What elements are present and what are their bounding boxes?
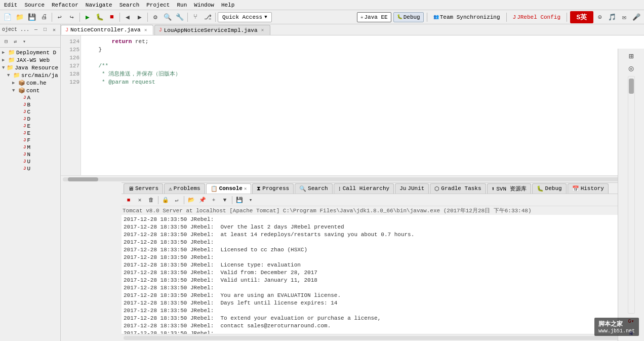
- console-remove-btn[interactable]: ✕: [135, 195, 145, 205]
- debug-perspective-btn[interactable]: 🐛 Debug: [393, 12, 424, 22]
- right-icon-plus[interactable]: ⊞: [620, 51, 643, 62]
- toolbar-git-btn[interactable]: ⑂: [190, 12, 201, 23]
- console-open-file-btn[interactable]: 📂: [186, 195, 196, 205]
- panel-tab-search[interactable]: 🔍 Search: [295, 183, 333, 194]
- tree-item-F[interactable]: J F: [0, 137, 60, 144]
- toolbar-git2-btn[interactable]: ⎇: [202, 12, 213, 23]
- editor-hscrollbar[interactable]: [61, 175, 644, 182]
- tree-item-src[interactable]: ▼ 📁 src/main/ja: [0, 71, 60, 79]
- console-toolbar: ■ ✕ 🗑 🔒 ↵ 📂 📌 + ▼ 💾 ▾: [122, 194, 644, 206]
- console-clear-btn[interactable]: 🗑: [146, 195, 156, 205]
- toolbar-extra-btn3[interactable]: ✉: [619, 12, 630, 23]
- sidebar-close-btn[interactable]: ✕: [50, 26, 58, 34]
- toolbar-undo-btn[interactable]: ↩: [54, 12, 65, 23]
- menu-edit[interactable]: Edit: [2, 2, 19, 9]
- panel-tab-gradle[interactable]: ⬡ Gradle Tasks: [430, 183, 486, 194]
- panel-tab-debug[interactable]: 🐛 Debug: [532, 183, 567, 194]
- tree-item-com-he[interactable]: ▶ 📦 com.he: [0, 79, 60, 87]
- panel-tab-junit[interactable]: Ju JUnit: [395, 183, 429, 194]
- panel-tab-call-hierarchy[interactable]: ⫶ Call Hierarchy: [334, 183, 394, 194]
- menu-window[interactable]: Window: [192, 2, 216, 9]
- menu-refactor[interactable]: Refactor: [50, 2, 80, 9]
- toolbar-print-btn[interactable]: 🖨: [38, 12, 50, 23]
- panel-tab-history[interactable]: 📅 History: [568, 183, 609, 194]
- toolbar-build-btn[interactable]: ⚙: [150, 12, 161, 23]
- code-content[interactable]: return ret; } /** * 消息推送，并保存（旧版本） * @par…: [81, 35, 644, 175]
- toolbar-forward-btn[interactable]: ▶: [134, 12, 145, 23]
- toolbar-extra-btn2[interactable]: 🎵: [607, 12, 618, 23]
- toolbar-open-btn[interactable]: 📁: [14, 12, 25, 23]
- right-icon-circle[interactable]: ◎: [620, 63, 643, 74]
- toolbar-save-btn[interactable]: 💾: [26, 12, 37, 23]
- panel-tab-problems[interactable]: ⚠ Problems: [164, 183, 205, 194]
- tab-service-impl[interactable]: J LouAppNoticeServiceImpl.java ✕: [154, 25, 270, 35]
- panel-tab-console[interactable]: 📋 Console ✕: [206, 183, 252, 194]
- tree-item-java-resource[interactable]: ▼ 📁 Java Resource: [0, 64, 60, 71]
- console-new-btn[interactable]: +: [209, 195, 219, 205]
- editor-vscrollbar[interactable]: [628, 76, 635, 314]
- tree-label: D: [27, 116, 30, 122]
- tree-item-N[interactable]: J N: [0, 151, 60, 158]
- tab-close-btn[interactable]: ✕: [143, 27, 149, 33]
- tree-item-U1[interactable]: J U: [0, 158, 60, 165]
- console-save-btn[interactable]: 💾: [234, 195, 245, 205]
- tree-item-C[interactable]: J C: [0, 108, 60, 116]
- toolbar-debug-btn[interactable]: 🐛: [94, 12, 105, 23]
- sidebar-menu-btn[interactable]: ▾: [20, 37, 28, 46]
- tree-item-B[interactable]: J B: [0, 101, 60, 108]
- sougou-icon[interactable]: S英: [570, 11, 593, 23]
- console-pin-btn[interactable]: 📌: [197, 195, 208, 205]
- tree-item-E1[interactable]: J E: [0, 123, 60, 130]
- java-ee-perspective-btn[interactable]: ☕ Java EE: [357, 12, 391, 22]
- console-stop-btn[interactable]: ■: [124, 195, 134, 205]
- toolbar-properties-btn[interactable]: 🔧: [174, 12, 185, 23]
- tree-item-E2[interactable]: J E: [0, 130, 60, 137]
- toolbar-stop-btn[interactable]: ■: [106, 12, 117, 23]
- sidebar-maximize-btn[interactable]: □: [41, 26, 49, 34]
- tree-item-U2[interactable]: J U: [0, 165, 60, 172]
- sidebar-minimize-btn[interactable]: —: [32, 26, 40, 34]
- sidebar-collapse-btn[interactable]: ⊟: [2, 37, 10, 46]
- panel-tab-svn[interactable]: ⬆ SVN 资源库: [487, 183, 531, 194]
- menu-source[interactable]: Source: [22, 2, 47, 9]
- tab-close-btn[interactable]: ✕: [260, 27, 266, 33]
- hscroll-thumb[interactable]: [68, 177, 98, 181]
- tree-item-A[interactable]: J A: [0, 94, 60, 101]
- sidebar-link-btn[interactable]: ⇄: [11, 37, 19, 46]
- java-ee-icon: ☕: [360, 14, 363, 20]
- java-file-icon: J: [23, 145, 26, 150]
- toolbar-run-btn[interactable]: ▶: [82, 12, 93, 23]
- tree-item-cont[interactable]: ▼ 📦 cont: [0, 87, 60, 94]
- folder-icon: 📁: [13, 72, 20, 79]
- menu-navigate[interactable]: Navigate: [84, 2, 114, 9]
- console-menu-btn[interactable]: ▾: [246, 195, 256, 205]
- panel-tab-progress[interactable]: ⧗ Progress: [252, 183, 294, 194]
- bottom-panel: 🖥 Servers ⚠ Problems 📋 Console ✕ ⧗ Progr…: [122, 182, 644, 341]
- menu-help[interactable]: Help: [219, 2, 236, 9]
- menu-project[interactable]: Project: [144, 2, 172, 9]
- toolbar-extra-btn1[interactable]: ⊙: [594, 12, 606, 23]
- folder-icon: 📁: [8, 49, 15, 56]
- toolbar-extra-btn4[interactable]: 🎤: [631, 12, 642, 23]
- console-scroll-lock-btn[interactable]: 🔒: [160, 195, 171, 205]
- quick-access-button[interactable]: Quick Access ▼: [218, 12, 272, 22]
- tree-item-M[interactable]: J M: [0, 144, 60, 151]
- console-word-wrap-btn[interactable]: ↵: [172, 195, 182, 205]
- toolbar-new-btn[interactable]: 📄: [2, 12, 13, 23]
- jrebel-config-button[interactable]: J JRebel Config: [510, 12, 564, 22]
- tree-item-jaxws[interactable]: ▶ 📁 JAX-WS Web: [0, 56, 60, 64]
- toolbar-redo-btn[interactable]: ↪: [66, 12, 77, 23]
- menu-search[interactable]: Search: [117, 2, 142, 9]
- console-tab-close-btn[interactable]: ✕: [244, 186, 247, 192]
- team-sync-button[interactable]: 👥 Team Synchronizing: [430, 12, 503, 22]
- console-hscrollbar[interactable]: [122, 334, 644, 341]
- tree-item-D[interactable]: J D: [0, 116, 60, 123]
- panel-tab-servers[interactable]: 🖥 Servers: [124, 183, 163, 194]
- toolbar-back-btn[interactable]: ◀: [122, 12, 133, 23]
- console-output[interactable]: 2017-12-28 18:33:50 JRebel: 2017-12-28 1…: [122, 215, 644, 334]
- menu-run[interactable]: Run: [175, 2, 189, 9]
- tab-notice-controller[interactable]: J NoticeController.java ✕: [61, 25, 153, 35]
- toolbar-search-btn[interactable]: 🔍: [162, 12, 173, 23]
- tree-item-deployment[interactable]: ▶ 📁 Deployment D: [0, 49, 60, 56]
- console-display-btn[interactable]: ▼: [220, 195, 230, 205]
